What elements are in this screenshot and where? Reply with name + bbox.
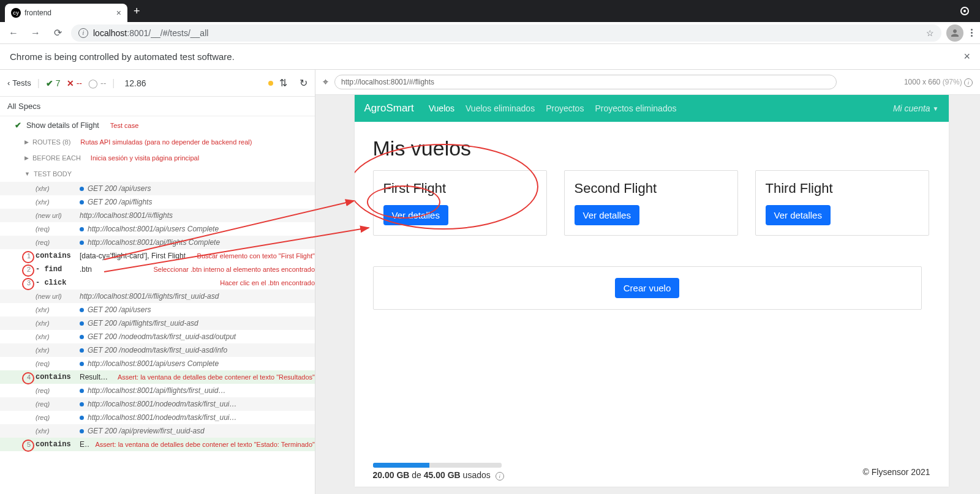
viewport-dimensions: 1000 x 660 (97%) i (904, 78, 973, 87)
profile-avatar[interactable] (946, 24, 963, 42)
tests-back-button[interactable]: ‹ Tests (7, 78, 31, 88)
log-message: http://localhost:8001/api/users Complete (80, 359, 315, 368)
command-args: Estado: Terminado (80, 440, 89, 449)
brand-logo[interactable]: AgroSmart (364, 102, 414, 114)
card-title: Third Flight (766, 181, 919, 196)
command-log-row[interactable]: 2- find.btnSeleccionar .btn interno al e… (0, 263, 315, 276)
log-tag: (xhr) (36, 198, 80, 206)
log-tag: (xhr) (36, 333, 80, 340)
command-log-row[interactable]: (xhr)GET 200 /nodeodm/task/first_uuid-as… (0, 343, 315, 357)
command-name: - find (36, 265, 80, 274)
command-log-row[interactable]: 1contains[data-cy='flight-card'], First … (0, 249, 315, 263)
ver-detalles-button[interactable]: Ver detalles (766, 205, 831, 225)
preview-url-bar[interactable]: http://localhost:8001/#/flights (334, 75, 837, 89)
before-each-section[interactable]: ▶ BEFORE EACH Inicia sesión y visita pág… (0, 150, 315, 166)
rerun-tests-icon[interactable]: ↻ (300, 77, 307, 89)
caret-down-icon: ▼ (24, 171, 30, 177)
ver-detalles-button[interactable]: Ver detalles (383, 205, 448, 225)
annotation-text: Test case (110, 122, 138, 129)
command-log-row[interactable]: (xhr)GET 200 /api/flights/first_uuid-asd (0, 316, 315, 330)
app-preview-panel: ⌖ http://localhost:8001/#/flights 1000 x… (315, 70, 980, 494)
bookmark-star-icon[interactable]: ☆ (926, 28, 934, 38)
expand-collapse-icon[interactable]: ⇅ (279, 77, 287, 89)
card-title: Second Flight (575, 181, 728, 196)
cypress-favicon: cy (11, 8, 21, 18)
back-button[interactable]: ← (5, 24, 22, 42)
test-row[interactable]: ✔ Show details of Flight Test case (0, 116, 315, 134)
browser-extension-icon[interactable] (960, 7, 969, 15)
info-icon[interactable]: i (964, 78, 973, 87)
log-message: GET 200 /api/preview/first_uuid-asd (80, 427, 315, 435)
forward-button[interactable]: → (27, 24, 44, 42)
log-message: http://localhost:8001/nodeodm/task/first… (80, 400, 315, 408)
command-log-row[interactable]: (xhr)GET 200 /api/flights (0, 195, 315, 209)
annotation-text: Seleccionar .btn interno al elemento ant… (153, 266, 315, 273)
log-number: 2 (0, 266, 36, 273)
nav-link-vuelos-eliminados[interactable]: Vuelos eliminados (466, 103, 535, 113)
reload-button[interactable]: ⟳ (49, 24, 66, 42)
log-tag: (req) (36, 360, 80, 367)
browser-tab[interactable]: cy frontend × (5, 4, 127, 22)
log-number: 4 (0, 373, 36, 381)
annotation-text: Inicia sesión y visita página principal (91, 154, 199, 162)
failed-count: ✕-- (67, 78, 82, 88)
command-name: contains (36, 373, 80, 381)
command-args: .btn (80, 265, 147, 274)
command-log-row[interactable]: (req)http://localhost:8001/api/users Com… (0, 222, 315, 236)
all-specs-label[interactable]: All Specs (0, 97, 315, 116)
command-log-row[interactable]: (xhr)GET 200 /api/users (0, 303, 315, 316)
app-navbar: AgroSmart Vuelos Vuelos eliminados Proye… (355, 95, 949, 122)
log-message: http://localhost:8001/api/users Complete (80, 225, 315, 233)
command-log-row[interactable]: (xhr)GET 200 /api/users (0, 182, 315, 195)
command-name: contains (36, 440, 80, 449)
log-tag: (xhr) (36, 427, 80, 435)
nav-link-proyectos-eliminados[interactable]: Proyectos eliminados (595, 103, 676, 113)
log-message: GET 200 /nodeodm/task/first_uuid-asd/out… (80, 332, 315, 341)
log-message: http://localhost:8001/api/flights Comple… (80, 238, 315, 247)
nav-link-vuelos[interactable]: Vuelos (429, 103, 454, 113)
log-message: http://localhost:8001/api/flights/first_… (80, 386, 315, 395)
account-dropdown[interactable]: Mi cuenta ▼ (893, 103, 939, 113)
nav-link-proyectos[interactable]: Proyectos (546, 103, 584, 113)
command-log-row[interactable]: 4containsResultadosAssert: la ventana de… (0, 370, 315, 384)
log-tag: (xhr) (36, 346, 80, 354)
command-log-row[interactable]: (req)http://localhost:8001/api/flights/f… (0, 384, 315, 397)
info-icon[interactable]: i (496, 472, 504, 481)
crear-vuelo-button[interactable]: Crear vuelo (615, 278, 680, 298)
pending-count: ◯ -- (88, 78, 106, 88)
test-title: Show details of Flight (26, 121, 99, 130)
new-tab-button[interactable]: + (134, 5, 140, 18)
test-body-section[interactable]: ▼ TEST BODY (0, 166, 315, 182)
log-tag: (req) (36, 239, 80, 246)
application-under-test: AgroSmart Vuelos Vuelos eliminados Proye… (355, 95, 949, 487)
command-name: contains (36, 252, 80, 260)
command-log-row[interactable]: 3- clickHacer clic en el .btn encontrado (0, 276, 315, 290)
log-message: GET 200 /api/users (80, 184, 315, 193)
command-log-row[interactable]: (req)http://localhost:8001/api/flights C… (0, 236, 315, 249)
passed-count: ✔7 (46, 78, 61, 88)
command-log-row[interactable]: (req)http://localhost:8001/nodeodm/task/… (0, 411, 315, 424)
command-log-row[interactable]: (new url)http://localhost:8001/#/flights (0, 209, 315, 222)
selector-playground-icon[interactable]: ⌖ (323, 77, 328, 88)
annotation-text: Buscar elemento con texto "First Flight" (197, 252, 315, 260)
caret-right-icon: ▶ (24, 155, 29, 161)
command-args: Resultados (80, 373, 111, 381)
browser-menu-icon[interactable] (968, 26, 975, 39)
command-log-row[interactable]: (req)http://localhost:8001/api/users Com… (0, 357, 315, 370)
close-tab-icon[interactable]: × (116, 8, 121, 18)
command-log-row[interactable]: (xhr)GET 200 /api/preview/first_uuid-asd (0, 424, 315, 438)
command-args: [data-cy='flight-card'], First Flight (80, 252, 191, 260)
ver-detalles-button[interactable]: Ver detalles (575, 205, 639, 225)
log-message: http://localhost:8001/#/flights (80, 211, 315, 220)
command-log-row[interactable]: (new url)http://localhost:8001/#/flights… (0, 290, 315, 303)
automation-banner-close-icon[interactable]: × (963, 50, 970, 63)
routes-section[interactable]: ▶ ROUTES (8) Rutas API simuladas (para n… (0, 134, 315, 150)
log-tag: (req) (36, 225, 80, 233)
annotation-text: Assert: la ventana de detalles debe cont… (118, 373, 315, 381)
card-title: First Flight (383, 181, 537, 196)
site-info-icon[interactable]: i (78, 28, 88, 38)
command-log-row[interactable]: (xhr)GET 200 /nodeodm/task/first_uuid-as… (0, 330, 315, 343)
command-log-row[interactable]: 5containsEstado: TerminadoAssert: la ven… (0, 438, 315, 451)
command-log-row[interactable]: (req)http://localhost:8001/nodeodm/task/… (0, 397, 315, 411)
address-bar[interactable]: i localhost:8001/__/#/tests/__all ☆ (71, 24, 941, 42)
